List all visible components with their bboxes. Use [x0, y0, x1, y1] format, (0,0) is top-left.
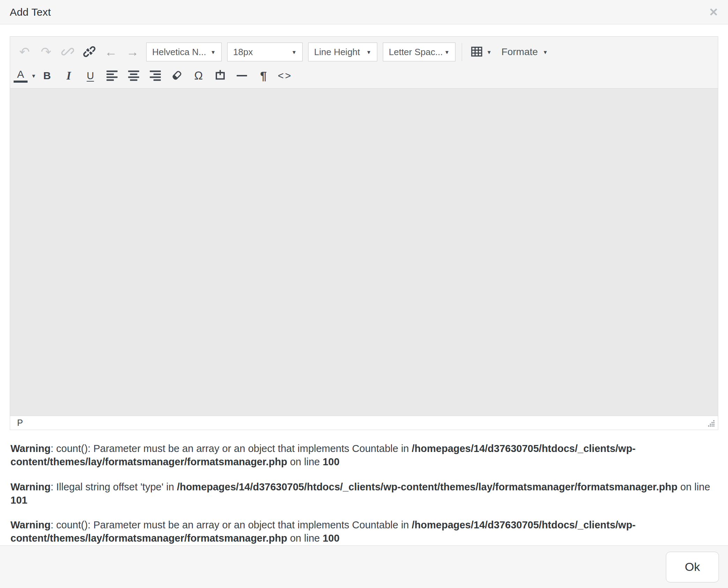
- eraser-icon: [170, 69, 184, 83]
- formats-dropdown[interactable]: Formate ▼: [496, 46, 554, 58]
- link-icon: [61, 45, 74, 59]
- align-center-icon: [127, 69, 140, 82]
- italic-icon: I: [66, 69, 71, 82]
- insert-button[interactable]: [209, 66, 231, 85]
- align-left-icon: [105, 69, 119, 82]
- arrow-right-icon: →: [126, 46, 139, 58]
- remove-format-button[interactable]: [166, 66, 188, 85]
- font-size-value: 18px: [233, 47, 253, 58]
- special-char-button[interactable]: Ω: [188, 66, 209, 85]
- font-size-select[interactable]: 18px ▼: [227, 43, 303, 61]
- text-color-icon: A: [14, 69, 28, 83]
- warning-file-path: /homepages/14/d37630705/htdocs/_clients/…: [177, 481, 677, 492]
- letter-spacing-value: Letter Spac...: [389, 47, 443, 58]
- pilcrow-icon: ¶: [260, 69, 267, 83]
- current-color-bar: [14, 81, 28, 83]
- insert-tray-icon: [214, 69, 227, 83]
- line-height-value: Line Height: [314, 47, 360, 58]
- warning-label: Warning: [10, 519, 51, 530]
- warning-line-number: 100: [322, 533, 339, 544]
- line-height-select[interactable]: Line Height ▼: [308, 43, 377, 61]
- element-path[interactable]: P: [17, 418, 23, 428]
- arrow-left-icon: ←: [105, 46, 117, 58]
- chevron-down-icon: ▼: [210, 50, 216, 55]
- chevron-down-icon: ▼: [31, 73, 36, 78]
- link-button[interactable]: [57, 42, 79, 62]
- chevron-down-icon: ▼: [291, 50, 297, 55]
- unlink-button[interactable]: [79, 42, 100, 62]
- toolbar-divider: [462, 43, 462, 61]
- table-icon: [470, 45, 484, 60]
- warning-message: Warning: Illegal string offset 'type' in…: [10, 480, 718, 507]
- editor-content-area[interactable]: [10, 89, 718, 416]
- chevron-down-icon: ▼: [444, 50, 450, 55]
- warning-line-number: 101: [10, 495, 27, 506]
- warning-text: on line: [287, 533, 323, 544]
- table-button[interactable]: ▼: [466, 45, 496, 60]
- php-warnings: Warning: count(): Parameter must be an a…: [0, 430, 728, 545]
- warning-label: Warning: [10, 443, 51, 454]
- redo-icon: ↷: [41, 46, 51, 58]
- underline-button[interactable]: U: [80, 66, 101, 85]
- toolbar-row-1: ↶ ↷ ← → Helvetica N.: [14, 41, 714, 63]
- unlink-icon: [83, 45, 96, 59]
- add-text-dialog: Add Text ✕ ↶ ↷: [0, 0, 728, 588]
- warning-message: Warning: count(): Parameter must be an a…: [10, 518, 718, 545]
- redo-button[interactable]: ↷: [35, 42, 57, 62]
- arrow-right-button[interactable]: →: [122, 42, 143, 62]
- letter-spacing-select[interactable]: Letter Spac... ▼: [383, 43, 455, 61]
- warning-text: : count(): Parameter must be an array or…: [51, 443, 412, 454]
- underline-icon: U: [87, 70, 94, 82]
- dialog-title: Add Text: [10, 6, 51, 18]
- bold-icon: B: [43, 70, 51, 82]
- ok-button[interactable]: Ok: [666, 552, 719, 582]
- warning-text: on line: [677, 481, 710, 492]
- horizontal-rule-button[interactable]: [231, 66, 253, 85]
- warning-text: on line: [287, 456, 323, 467]
- align-center-button[interactable]: [123, 66, 144, 85]
- source-code-button[interactable]: <>: [274, 66, 296, 85]
- horizontal-rule-icon: [237, 75, 247, 76]
- chevron-down-icon: ▼: [543, 50, 548, 55]
- text-color-button[interactable]: A ▼: [14, 66, 36, 85]
- rich-text-editor: ↶ ↷ ← → Helvetica N.: [10, 36, 718, 430]
- font-family-select[interactable]: Helvetica N... ▼: [146, 43, 222, 61]
- chevron-down-icon: ▼: [366, 50, 371, 55]
- formats-label: Formate: [502, 46, 538, 58]
- italic-button[interactable]: I: [58, 66, 80, 85]
- align-right-icon: [149, 69, 162, 82]
- dialog-footer: Ok: [0, 545, 728, 588]
- bold-button[interactable]: B: [36, 66, 58, 85]
- arrow-left-button[interactable]: ←: [100, 42, 122, 62]
- warning-text: : Illegal string offset 'type' in: [51, 481, 177, 492]
- code-icon: <>: [278, 70, 292, 82]
- warning-text: : count(): Parameter must be an array or…: [51, 519, 412, 530]
- close-icon[interactable]: ✕: [709, 7, 718, 18]
- toolbar-row-2: A ▼ B I U: [14, 66, 714, 85]
- font-family-value: Helvetica N...: [152, 47, 206, 58]
- resize-handle-icon[interactable]: [707, 419, 715, 427]
- paragraph-button[interactable]: ¶: [253, 66, 274, 85]
- warning-label: Warning: [10, 481, 51, 492]
- undo-icon: ↶: [19, 46, 30, 58]
- chevron-down-icon: ▼: [486, 50, 492, 55]
- warning-line-number: 100: [322, 456, 339, 467]
- align-right-button[interactable]: [144, 66, 166, 85]
- editor-statusbar: P: [10, 416, 718, 430]
- editor-toolbar: ↶ ↷ ← → Helvetica N.: [10, 37, 718, 89]
- dialog-body: ↶ ↷ ← → Helvetica N.: [0, 24, 728, 545]
- omega-icon: Ω: [194, 69, 203, 82]
- warning-message: Warning: count(): Parameter must be an a…: [10, 442, 718, 469]
- align-left-button[interactable]: [101, 66, 123, 85]
- undo-button[interactable]: ↶: [14, 42, 35, 62]
- dialog-header: Add Text ✕: [0, 0, 728, 24]
